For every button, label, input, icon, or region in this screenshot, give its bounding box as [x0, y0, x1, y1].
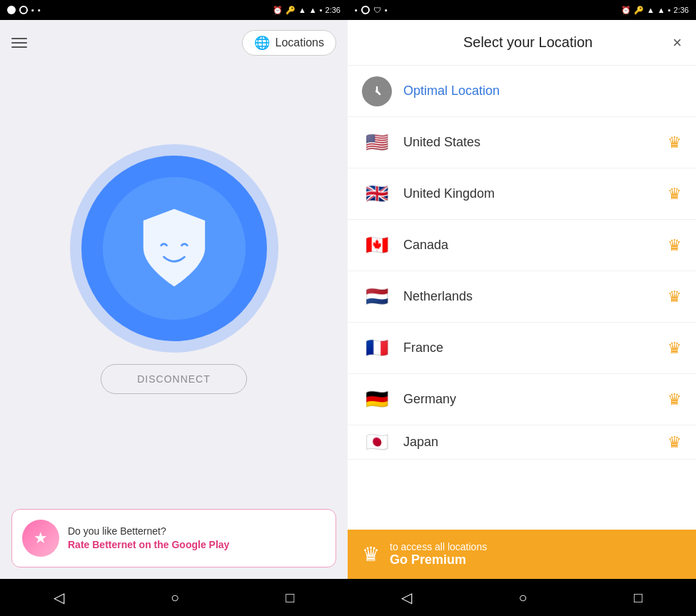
right-status-right: ⏰ 🔑 ▲ ▲ ▪ 2:36	[621, 6, 689, 15]
disconnect-button[interactable]: DISCONNECT	[101, 364, 247, 394]
right-bottom-nav: ◁ ○ □	[348, 579, 696, 616]
flag-de: 🇩🇪	[362, 385, 392, 415]
left-bottom-nav: ◁ ○ □	[0, 579, 348, 616]
status-signal: ▲	[309, 6, 317, 14]
right-status-signal: ▲	[657, 6, 665, 14]
flag-us: 🇺🇸	[362, 128, 392, 158]
shield-face	[135, 206, 213, 291]
location-item-nl[interactable]: 🇳🇱 Netherlands ♛	[348, 271, 696, 323]
rating-text: Do you like Betternet? Rate Betternet on…	[68, 525, 229, 551]
location-item-optimal[interactable]: Optimal Location	[348, 66, 696, 117]
location-item-fr[interactable]: 🇫🇷 France ♛	[348, 323, 696, 374]
svg-point-1	[375, 90, 378, 93]
location-list: Optimal Location 🇺🇸 United States ♛ 🇬🇧 U…	[348, 66, 696, 530]
location-name-de: Germany	[403, 392, 667, 407]
status-icon-image: ▪	[31, 6, 34, 14]
rating-icon: ★	[22, 520, 59, 557]
location-header-title: Select your Location	[383, 34, 672, 51]
right-status-left: ▪ 🛡 ▪	[355, 6, 388, 14]
premium-title: Go Premium	[390, 552, 487, 567]
hamburger-menu[interactable]	[11, 38, 27, 48]
rating-banner[interactable]: ★ Do you like Betternet? Rate Betternet …	[11, 509, 336, 567]
left-status-bar: ▪ ▪ ⏰ 🔑 ▲ ▲ ▪ 2:36	[0, 0, 348, 20]
location-item-us[interactable]: 🇺🇸 United States ♛	[348, 117, 696, 168]
close-button[interactable]: ×	[672, 34, 682, 52]
right-status-key: 🔑	[634, 6, 644, 15]
right-status-icon2: 🛡	[373, 6, 381, 14]
hamburger-line-3	[11, 46, 27, 48]
locations-button[interactable]: 🌐 Locations	[242, 30, 337, 56]
status-battery: ▪	[320, 6, 323, 14]
back-button[interactable]: ◁	[54, 589, 64, 606]
status-time: 2:36	[326, 6, 341, 14]
globe-icon: 🌐	[254, 35, 270, 51]
location-item-de[interactable]: 🇩🇪 Germany ♛	[348, 374, 696, 425]
crown-ca: ♛	[667, 236, 682, 255]
location-name-uk: United Kingdom	[403, 186, 667, 201]
optimal-icon	[362, 76, 392, 106]
premium-crown-icon: ♛	[362, 542, 380, 566]
shield-svg	[135, 206, 213, 291]
rating-title: Do you like Betternet?	[68, 525, 229, 537]
left-panel: ▪ ▪ ⏰ 🔑 ▲ ▲ ▪ 2:36 🌐 Locations	[0, 0, 348, 616]
premium-banner[interactable]: ♛ to access all locations Go Premium	[348, 530, 696, 579]
premium-text: to access all locations Go Premium	[390, 541, 487, 567]
locations-button-label: Locations	[276, 36, 325, 49]
status-dot-2	[19, 6, 28, 14]
crown-uk: ♛	[667, 185, 682, 203]
vpn-status-area: DISCONNECT	[0, 66, 348, 498]
location-item-uk[interactable]: 🇬🇧 United Kingdom ♛	[348, 168, 696, 220]
flag-fr: 🇫🇷	[362, 333, 392, 363]
outer-circle[interactable]	[81, 156, 267, 341]
flag-ca: 🇨🇦	[362, 231, 392, 261]
location-name-jp: Japan	[403, 435, 667, 450]
status-wifi: ▲	[298, 6, 306, 14]
right-home-button[interactable]: ○	[518, 590, 527, 606]
crown-de: ♛	[667, 390, 682, 409]
hamburger-line-1	[11, 38, 27, 39]
right-status-alarm: ⏰	[621, 6, 631, 15]
location-name-ca: Canada	[403, 238, 667, 253]
crown-nl: ♛	[667, 288, 682, 306]
right-status-dot	[361, 6, 370, 14]
optimal-svg	[368, 83, 385, 100]
status-dot-1	[7, 6, 16, 14]
right-status-time: 2:36	[674, 6, 689, 14]
premium-subtitle: to access all locations	[390, 541, 487, 552]
location-name-nl: Netherlands	[403, 289, 667, 304]
right-status-icon1: ▪	[355, 6, 358, 14]
right-panel: ▪ 🛡 ▪ ⏰ 🔑 ▲ ▲ ▪ 2:36 Select your Locatio…	[348, 0, 696, 616]
home-button[interactable]: ○	[171, 590, 179, 606]
location-item-jp[interactable]: 🇯🇵 Japan ♛	[348, 425, 696, 460]
status-alarm: ⏰	[273, 6, 283, 15]
right-status-wifi: ▲	[647, 6, 655, 14]
right-status-battery: ▪	[668, 6, 671, 14]
location-header: Select your Location ×	[348, 20, 696, 66]
flag-uk: 🇬🇧	[362, 179, 392, 209]
location-name-us: United States	[403, 135, 667, 150]
location-name-fr: France	[403, 340, 667, 355]
rating-link[interactable]: Rate Betternet on the Google Play	[68, 538, 229, 551]
hamburger-line-2	[11, 42, 27, 44]
location-name-optimal: Optimal Location	[403, 84, 682, 99]
crown-us: ♛	[667, 133, 682, 152]
flag-jp: 🇯🇵	[362, 428, 392, 458]
status-key: 🔑	[286, 6, 296, 15]
location-item-ca[interactable]: 🇨🇦 Canada ♛	[348, 220, 696, 271]
status-bar-right: ⏰ 🔑 ▲ ▲ ▪ 2:36	[273, 6, 341, 15]
top-nav: 🌐 Locations	[0, 20, 348, 66]
recent-button[interactable]: □	[286, 590, 294, 606]
right-status-bar: ▪ 🛡 ▪ ⏰ 🔑 ▲ ▲ ▪ 2:36	[348, 0, 696, 20]
right-recent-button[interactable]: □	[634, 590, 642, 606]
status-indicators-left: ▪ ▪	[7, 6, 41, 14]
right-back-button[interactable]: ◁	[401, 589, 412, 606]
right-status-icon3: ▪	[385, 6, 388, 14]
status-icon-bag: ▪	[38, 6, 41, 14]
inner-circle	[103, 177, 246, 320]
crown-jp: ♛	[667, 433, 682, 452]
flag-nl: 🇳🇱	[362, 282, 392, 312]
crown-fr: ♛	[667, 339, 682, 358]
